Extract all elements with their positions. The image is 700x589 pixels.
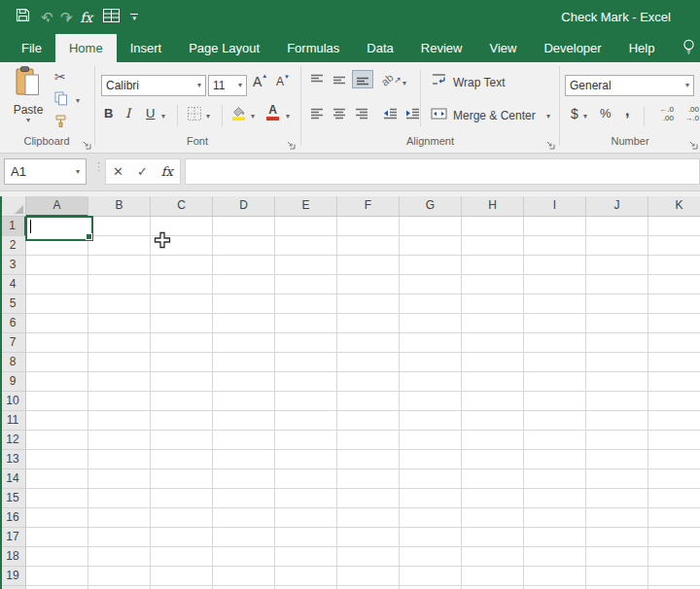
align-left-button[interactable] (309, 107, 325, 121)
row-header-3[interactable]: 3 (0, 256, 26, 275)
column-header-C[interactable]: C (151, 196, 213, 217)
clipboard-dialog-launcher-icon[interactable] (82, 136, 91, 146)
tab-developer[interactable]: Developer (530, 34, 614, 62)
comma-style-button[interactable]: , (625, 102, 629, 120)
increase-indent-button[interactable] (404, 107, 421, 121)
tab-insert[interactable]: Insert (117, 34, 176, 62)
center-button[interactable] (332, 107, 347, 121)
name-box-dropdown-icon[interactable]: ▾ (76, 168, 80, 176)
column-header-G[interactable]: G (400, 196, 462, 217)
italic-button[interactable]: I (125, 106, 130, 121)
alignment-dialog-launcher-icon[interactable] (545, 136, 555, 146)
column-header-K[interactable]: K (648, 196, 700, 217)
row-header-1[interactable]: 1 (0, 217, 26, 236)
row-header-9[interactable]: 9 (0, 372, 26, 392)
underline-button[interactable]: U (146, 106, 155, 121)
tab-view[interactable]: View (475, 34, 530, 62)
insert-function-button[interactable]: fx (161, 164, 173, 179)
save-icon[interactable] (16, 8, 30, 26)
column-header-H[interactable]: H (462, 196, 524, 217)
row-header-11[interactable]: 11 (0, 411, 26, 431)
insert-function-qat-icon[interactable]: fx (80, 10, 92, 25)
row-header-6[interactable]: 6 (0, 314, 26, 333)
redo-button[interactable]: ↷▾ (60, 9, 69, 26)
number-dialog-launcher-icon[interactable] (688, 136, 698, 146)
wrap-text-button[interactable] (431, 72, 447, 90)
merge-center-label[interactable]: Merge & Center (453, 109, 536, 122)
row-header-18[interactable]: 18 (0, 547, 26, 567)
paste-button[interactable]: Paste ▾ (6, 66, 51, 140)
row-header-19[interactable]: 19 (0, 567, 26, 586)
active-cell-selection[interactable] (25, 216, 93, 241)
align-right-button[interactable] (354, 107, 369, 121)
tell-me-box[interactable]: Tell me (682, 34, 700, 62)
cut-button[interactable]: ✂ (54, 69, 66, 85)
tab-formulas[interactable]: Formulas (273, 34, 353, 62)
row-header-16[interactable]: 16 (0, 508, 26, 528)
row-header-12[interactable]: 12 (0, 431, 26, 450)
cancel-button[interactable]: ✕ (113, 164, 123, 179)
row-header-15[interactable]: 15 (0, 489, 26, 508)
percent-style-button[interactable]: % (600, 106, 612, 121)
row-header-14[interactable]: 14 (0, 469, 26, 489)
paste-dropdown-icon[interactable]: ▾ (26, 117, 30, 124)
copy-dropdown-icon[interactable]: ▾ (76, 97, 80, 105)
tab-review[interactable]: Review (407, 34, 476, 62)
accounting-format-button[interactable]: $ (571, 106, 578, 121)
middle-align-button[interactable] (332, 73, 347, 87)
bold-button[interactable]: B (104, 106, 113, 121)
top-align-button[interactable] (309, 73, 325, 87)
sheet-cells[interactable] (26, 217, 700, 589)
row-header-17[interactable]: 17 (0, 528, 26, 547)
row-header-4[interactable]: 4 (0, 275, 26, 294)
row-header-2[interactable]: 2 (0, 236, 26, 256)
enter-button[interactable]: ✓ (137, 164, 148, 179)
column-header-I[interactable]: I (524, 196, 586, 217)
decrease-indent-button[interactable] (382, 107, 399, 121)
column-header-B[interactable]: B (88, 196, 151, 217)
fill-color-dropdown-icon[interactable]: ▾ (251, 113, 255, 121)
tab-file[interactable]: File (8, 34, 55, 62)
fill-handle[interactable] (86, 233, 92, 240)
number-format-dropdown-icon[interactable]: ▾ (685, 82, 689, 89)
decrease-decimal-button[interactable]: .00 →.0 (678, 105, 699, 122)
borders-dropdown-icon[interactable]: ▾ (206, 113, 210, 121)
column-header-J[interactable]: J (586, 196, 648, 217)
column-header-E[interactable]: E (275, 196, 337, 217)
row-header-7[interactable]: 7 (0, 333, 26, 353)
column-header-A[interactable]: A (26, 196, 88, 217)
undo-button[interactable]: ↶▾ (41, 9, 50, 26)
select-all-corner[interactable] (0, 196, 26, 217)
tab-page-layout[interactable]: Page Layout (175, 34, 273, 62)
decrease-font-size-button[interactable]: A ▼ (276, 75, 290, 88)
tab-help[interactable]: Help (615, 34, 669, 62)
bottom-align-button[interactable] (352, 70, 373, 88)
merge-center-dropdown-icon[interactable]: ▾ (546, 113, 550, 121)
tab-data[interactable]: Data (353, 34, 406, 62)
borders-button[interactable] (187, 106, 202, 125)
increase-font-size-button[interactable]: A ▲ (253, 74, 267, 89)
underline-dropdown-icon[interactable]: ▾ (161, 113, 165, 121)
font-dialog-launcher-icon[interactable] (286, 136, 296, 146)
table-borders-qat-icon[interactable] (103, 9, 120, 26)
font-size-dropdown-icon[interactable]: ▾ (238, 82, 242, 89)
accounting-dropdown-icon[interactable]: ▾ (583, 113, 587, 121)
row-header-5[interactable]: 5 (0, 294, 26, 314)
row-header-10[interactable]: 10 (0, 392, 26, 411)
font-name-combo[interactable]: Calibri ▾ (101, 75, 206, 96)
column-header-D[interactable]: D (213, 196, 275, 217)
font-color-button[interactable]: A (266, 104, 279, 121)
wrap-text-label[interactable]: Wrap Text (453, 76, 506, 89)
font-color-dropdown-icon[interactable]: ▾ (286, 113, 290, 121)
tab-home[interactable]: Home (55, 34, 117, 62)
name-box[interactable]: A1 ▾ (4, 158, 87, 185)
row-header-13[interactable]: 13 (0, 450, 26, 469)
increase-decimal-button[interactable]: ←.0 .00 (652, 105, 674, 122)
formula-bar-grip[interactable]: ⋮ (93, 163, 104, 169)
number-format-combo[interactable]: General ▾ (565, 75, 694, 96)
format-painter-button[interactable] (54, 114, 69, 132)
orientation-button[interactable]: ab ↗ (381, 74, 402, 86)
font-size-combo[interactable]: 11 ▾ (208, 75, 247, 96)
copy-button[interactable] (54, 91, 68, 110)
orientation-dropdown-icon[interactable]: ▾ (402, 80, 406, 87)
